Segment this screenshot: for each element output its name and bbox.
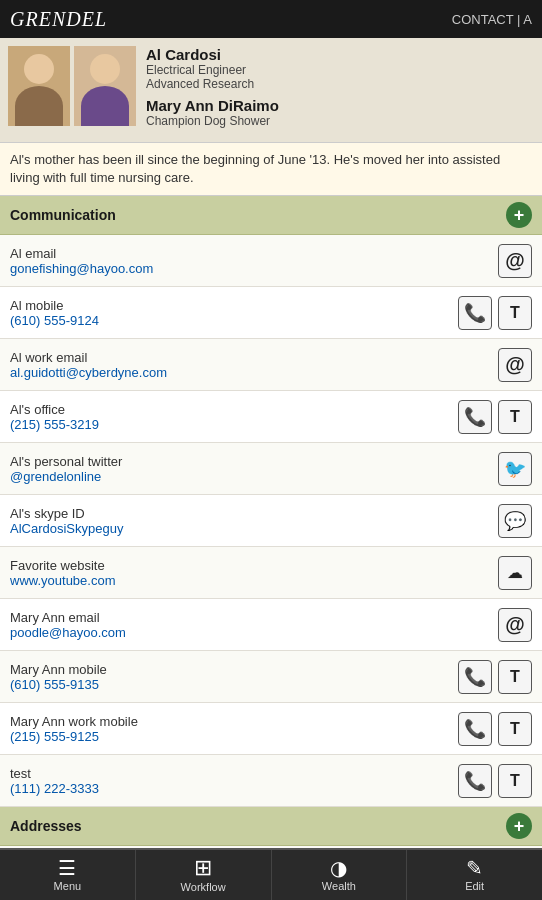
nav-label-workflow: Workflow bbox=[181, 881, 226, 893]
contact-value[interactable]: (111) 222-3333 bbox=[10, 781, 458, 796]
body1 bbox=[15, 86, 63, 126]
T-icon[interactable]: T bbox=[498, 296, 532, 330]
nav-item-menu[interactable]: ☰ Menu bbox=[0, 850, 136, 900]
cloud-icon[interactable]: ☁ bbox=[498, 556, 532, 590]
contact-row: Al's office(215) 555-3219📞T bbox=[0, 391, 542, 443]
contact-value[interactable]: www.youtube.com bbox=[10, 573, 498, 588]
body2 bbox=[81, 86, 129, 126]
at-icon[interactable]: @ bbox=[498, 348, 532, 382]
contact-info: Al emailgonefishing@hayoo.com bbox=[10, 246, 498, 276]
contact-value[interactable]: al.guidotti@cyberdyne.com bbox=[10, 365, 498, 380]
contact-value[interactable]: @grendelonline bbox=[10, 469, 498, 484]
person2-entry: Mary Ann DiRaimo Champion Dog Shower bbox=[146, 97, 279, 128]
contact-icons: ☁ bbox=[498, 556, 532, 590]
contact-row: Al work emailal.guidotti@cyberdyne.com@ bbox=[0, 339, 542, 391]
contact-label: test bbox=[10, 766, 458, 781]
menu-icon: ☰ bbox=[58, 858, 76, 878]
at-icon[interactable]: @ bbox=[498, 608, 532, 642]
person2-title: Champion Dog Shower bbox=[146, 114, 279, 128]
contact-info: test(111) 222-3333 bbox=[10, 766, 458, 796]
contact-label: Mary Ann work mobile bbox=[10, 714, 458, 729]
phone-icon[interactable]: 📞 bbox=[458, 712, 492, 746]
contact-value[interactable]: poodle@hayoo.com bbox=[10, 625, 498, 640]
person2-photo bbox=[74, 46, 136, 126]
contact-info: Al's personal twitter@grendelonline bbox=[10, 454, 498, 484]
contact-info: Al mobile(610) 555-9124 bbox=[10, 298, 458, 328]
contact-row: Al mobile(610) 555-9124📞T bbox=[0, 287, 542, 339]
contact-info: Mary Ann emailpoodle@hayoo.com bbox=[10, 610, 498, 640]
person1-photo bbox=[8, 46, 70, 126]
nav-item-wealth[interactable]: ◑ Wealth bbox=[272, 850, 408, 900]
contact-value[interactable]: AlCardosiSkypeguy bbox=[10, 521, 498, 536]
person1-dept: Advanced Research bbox=[146, 77, 279, 91]
nav-label-wealth: Wealth bbox=[322, 880, 356, 892]
contact-value[interactable]: (215) 555-3219 bbox=[10, 417, 458, 432]
phone-icon[interactable]: 📞 bbox=[458, 660, 492, 694]
T-icon[interactable]: T bbox=[498, 712, 532, 746]
contact-value[interactable]: (215) 555-9125 bbox=[10, 729, 458, 744]
chat-icon[interactable]: 💬 bbox=[498, 504, 532, 538]
person1-name: Al Cardosi bbox=[146, 46, 279, 63]
profile-photos bbox=[8, 46, 136, 134]
contact-icons: 🐦 bbox=[498, 452, 532, 486]
bottom-nav: ☰ Menu ⊞ Workflow ◑ Wealth ✎ Edit bbox=[0, 848, 542, 900]
contact-row: Mary Ann mobile(610) 555-9135📞T bbox=[0, 651, 542, 703]
communication-add-button[interactable]: + bbox=[506, 202, 532, 228]
contact-icons: 📞T bbox=[458, 712, 532, 746]
twitter-icon[interactable]: 🐦 bbox=[498, 452, 532, 486]
contact-info: Al's office(215) 555-3219 bbox=[10, 402, 458, 432]
contact-label: Al mobile bbox=[10, 298, 458, 313]
header-contact-label: CONTACT | A bbox=[452, 12, 532, 27]
contact-row: Al emailgonefishing@hayoo.com@ bbox=[0, 235, 542, 287]
phone-icon[interactable]: 📞 bbox=[458, 764, 492, 798]
contact-value[interactable]: gonefishing@hayoo.com bbox=[10, 261, 498, 276]
T-icon[interactable]: T bbox=[498, 400, 532, 434]
contact-row: Al's skype IDAlCardosiSkypeguy💬 bbox=[0, 495, 542, 547]
contact-label: Mary Ann mobile bbox=[10, 662, 458, 677]
person1-title: Electrical Engineer bbox=[146, 63, 279, 77]
contact-label: Favorite website bbox=[10, 558, 498, 573]
contact-info: Favorite websitewww.youtube.com bbox=[10, 558, 498, 588]
contact-value[interactable]: (610) 555-9124 bbox=[10, 313, 458, 328]
phone-icon[interactable]: 📞 bbox=[458, 296, 492, 330]
nav-label-edit: Edit bbox=[465, 880, 484, 892]
wealth-icon: ◑ bbox=[330, 858, 347, 878]
contact-icons: 💬 bbox=[498, 504, 532, 538]
contact-info: Mary Ann mobile(610) 555-9135 bbox=[10, 662, 458, 692]
profile-area: Al Cardosi Electrical Engineer Advanced … bbox=[0, 38, 542, 143]
person1-entry: Al Cardosi Electrical Engineer Advanced … bbox=[146, 46, 279, 91]
workflow-icon: ⊞ bbox=[194, 857, 212, 879]
contact-info: Al work emailal.guidotti@cyberdyne.com bbox=[10, 350, 498, 380]
contact-icons: 📞T bbox=[458, 296, 532, 330]
contact-icons: 📞T bbox=[458, 400, 532, 434]
contact-label: Al's office bbox=[10, 402, 458, 417]
addresses-label: Addresses bbox=[10, 818, 82, 834]
edit-icon: ✎ bbox=[466, 858, 483, 878]
contact-icons: @ bbox=[498, 608, 532, 642]
contact-label: Al email bbox=[10, 246, 498, 261]
contact-icons: 📞T bbox=[458, 764, 532, 798]
contact-row: Mary Ann emailpoodle@hayoo.com@ bbox=[0, 599, 542, 651]
addresses-add-button[interactable]: + bbox=[506, 813, 532, 839]
contact-label: Al work email bbox=[10, 350, 498, 365]
contact-row: Mary Ann work mobile(215) 555-9125📞T bbox=[0, 703, 542, 755]
communication-label: Communication bbox=[10, 207, 116, 223]
T-icon[interactable]: T bbox=[498, 660, 532, 694]
contact-value[interactable]: (610) 555-9135 bbox=[10, 677, 458, 692]
contact-row: Favorite websitewww.youtube.com☁ bbox=[0, 547, 542, 599]
phone-icon[interactable]: 📞 bbox=[458, 400, 492, 434]
contact-row: test(111) 222-3333📞T bbox=[0, 755, 542, 807]
communication-rows: Al emailgonefishing@hayoo.com@Al mobile(… bbox=[0, 235, 542, 807]
communication-section-header: Communication + bbox=[0, 196, 542, 235]
at-icon[interactable]: @ bbox=[498, 244, 532, 278]
contact-label: Mary Ann email bbox=[10, 610, 498, 625]
T-icon[interactable]: T bbox=[498, 764, 532, 798]
nav-label-menu: Menu bbox=[54, 880, 82, 892]
nav-item-workflow[interactable]: ⊞ Workflow bbox=[136, 850, 272, 900]
contact-icons: @ bbox=[498, 244, 532, 278]
note-area: Al's mother has been ill since the begin… bbox=[0, 143, 542, 196]
nav-item-edit[interactable]: ✎ Edit bbox=[407, 850, 542, 900]
contact-icons: 📞T bbox=[458, 660, 532, 694]
contact-info: Mary Ann work mobile(215) 555-9125 bbox=[10, 714, 458, 744]
contact-label: Al's skype ID bbox=[10, 506, 498, 521]
